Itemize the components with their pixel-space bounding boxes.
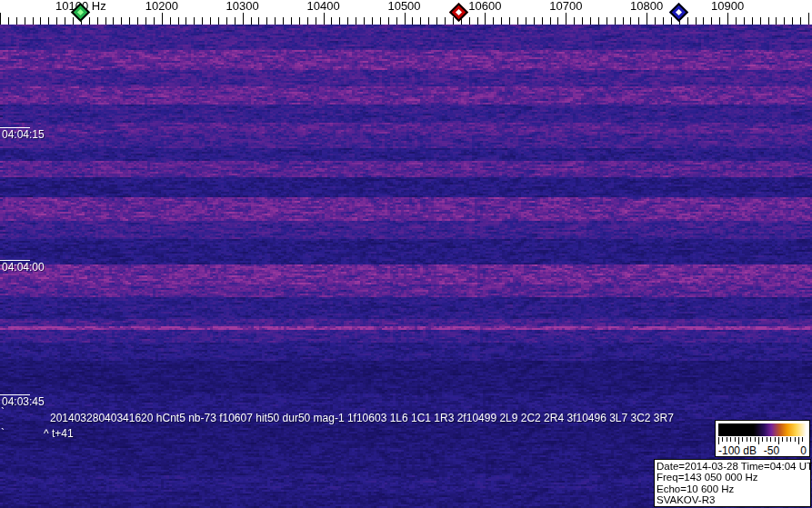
- waterfall-spectrogram[interactable]: [0, 25, 812, 508]
- left-edge-tick: `: [1, 408, 5, 417]
- info-date-time: Date=2014-03-28 Time=04:04 UTC: [657, 461, 808, 472]
- time-label-040415: 04:04:15: [2, 128, 45, 141]
- freq-label-10400: 10400: [307, 0, 340, 13]
- info-echo: Echo=10 600 Hz: [657, 483, 808, 494]
- marker-red-center-dot: [456, 9, 462, 15]
- freq-label-10800: 10800: [630, 0, 663, 13]
- colorbar-label-max: 0: [800, 444, 807, 457]
- freq-label-10600: 10600: [468, 0, 501, 13]
- intensity-colorbar: -100 dB -50 0: [715, 420, 810, 457]
- freq-label-10300: 10300: [226, 0, 259, 13]
- marker-green-center-dot: [77, 9, 84, 15]
- freq-label-10900: 10900: [711, 0, 744, 13]
- spectrogram-app-window: 10100 Hz10200103001040010500106001070010…: [0, 0, 812, 508]
- freq-label-10200: 10200: [145, 0, 178, 13]
- meteor-detection-text: 20140328040341620 hCnt5 nb-73 f10607 hit…: [50, 412, 674, 424]
- colorbar-gradient: [718, 423, 807, 436]
- info-station-id: SVAKOV-R3: [657, 494, 808, 505]
- frequency-ruler[interactable]: 10100 Hz10200103001040010500106001070010…: [0, 0, 812, 25]
- time-label-040345: 04:03:45: [2, 395, 45, 408]
- colorbar-label-mid: -50: [764, 444, 779, 457]
- time-label-040400: 04:04:00: [2, 261, 45, 274]
- colorbar-label-min: -100 dB: [718, 444, 757, 457]
- left-edge-tick: `: [1, 429, 5, 438]
- station-info-box: Date=2014-03-28 Time=04:04 UTC Freq=143 …: [654, 459, 811, 507]
- info-frequency: Freq=143 050 000 Hz: [657, 472, 808, 483]
- time-offset-annotation: ^ t+41: [44, 427, 74, 440]
- marker-blue-center-dot: [676, 9, 682, 15]
- freq-label-10500: 10500: [387, 0, 420, 13]
- freq-label-10700: 10700: [549, 0, 582, 13]
- colorbar-tick-comb: [718, 437, 807, 444]
